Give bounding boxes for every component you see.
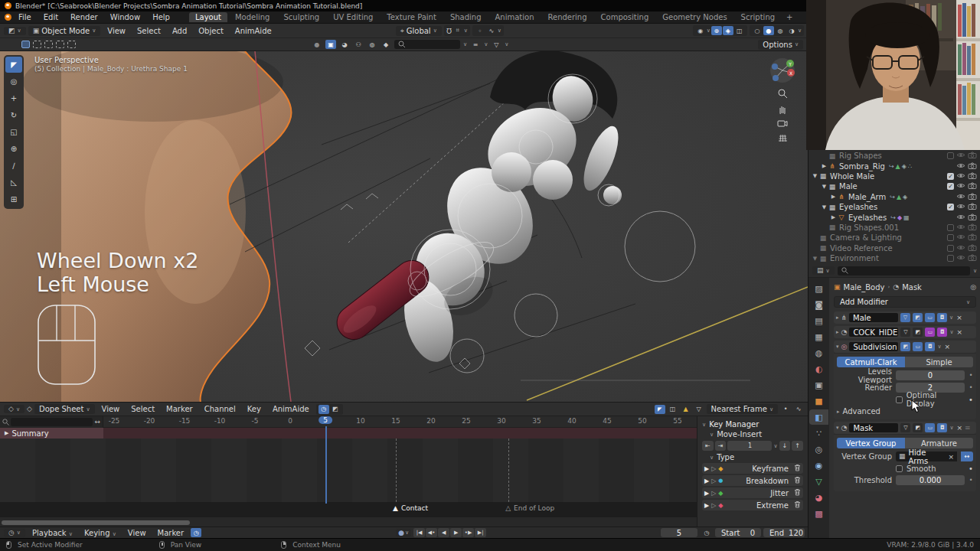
eye-icon[interactable] [956, 244, 965, 253]
trash-icon[interactable] [794, 500, 801, 510]
camera-icon[interactable] [968, 152, 977, 160]
overlays-toggle-icon[interactable]: ◈ [723, 26, 733, 35]
falloff-icon[interactable]: ∿ [793, 405, 804, 414]
tl-menu-playback[interactable]: Playback ∨ [28, 528, 77, 538]
camera-icon[interactable] [968, 233, 977, 242]
properties-tab-object-data-icon[interactable]: ▽ [809, 474, 828, 489]
workspace-tab-modeling[interactable]: Modeling [229, 12, 276, 22]
filter-object-icon[interactable]: ▣ [325, 40, 336, 49]
eye-icon[interactable] [956, 223, 965, 232]
trash-icon[interactable] [794, 488, 801, 497]
snap-mode-dropdown[interactable]: Nearest Frame∨ [707, 404, 778, 414]
cursor-tool[interactable]: ◎ [5, 73, 22, 90]
filter-users-icon[interactable]: ⚇ [353, 40, 364, 49]
render-toggle-icon[interactable]: ◘ [937, 313, 947, 322]
snapping-controls[interactable]: Ω⌗∨ [444, 25, 470, 36]
clear-vertex-group-icon[interactable]: × [948, 453, 954, 461]
outliner-row[interactable]: ▶▽Eyelashes↪◆▦ [808, 212, 980, 222]
camera-icon[interactable] [968, 214, 977, 222]
outliner-item-label[interactable]: Eyelashes [837, 203, 877, 211]
outliner-row[interactable]: ▼▦Environment [808, 253, 980, 263]
select-cursor-icon[interactable]: ▶ [704, 465, 709, 472]
zoom-icon[interactable] [778, 89, 788, 99]
orientation-gizmo[interactable]: Y X [769, 57, 795, 83]
playhead[interactable] [325, 426, 327, 504]
timeline-ruler[interactable]: -25-20-15-10-50510152025303540455055 [0, 416, 697, 428]
viewport-menu-animaide[interactable]: AnimAide [230, 26, 276, 36]
workspace-tab-sculpting[interactable]: Sculpting [277, 12, 325, 22]
play-button[interactable]: ▶ [450, 528, 462, 537]
scale-tool[interactable]: ◱ [5, 124, 22, 140]
channel-search-input[interactable] [11, 418, 93, 426]
modifier-header-male[interactable]: ▸ ⋔ Male ▽ ◩ ▭ ◘ ∨ × [834, 311, 976, 324]
modifier-name-field[interactable]: Subdivision [849, 342, 898, 351]
editor-type-selector[interactable]: ◩∨ [4, 27, 26, 35]
filter-brush-icon[interactable]: ◆ [381, 40, 391, 49]
animate-dot[interactable]: • [969, 372, 973, 379]
vertex-group-field[interactable]: ▦ Hide Arms × [896, 452, 957, 461]
vertex-group-mode-button[interactable]: Vertex Group [837, 438, 905, 448]
modifier-header-cock-hide[interactable]: ▸ ◔ COCK_HIDE ▽ ◩ ▭ ◘ ∨ × [834, 326, 976, 338]
properties-tab-material-icon[interactable]: ◕ [809, 490, 828, 505]
menu-file[interactable]: File [13, 12, 37, 22]
deselect-cursor-icon[interactable]: ▷ [711, 465, 716, 472]
properties-tab-output-icon[interactable]: ▤ [809, 313, 828, 328]
select-cursor-icon[interactable]: ▶ [704, 478, 709, 484]
transform-orientation-selector[interactable]: ⌖Global∨ [396, 26, 442, 36]
filter-sphere-icon[interactable]: ● [312, 40, 322, 49]
workspace-tab-texture-paint[interactable]: Texture Paint [381, 12, 443, 22]
optimal-display-checkbox[interactable] [896, 396, 903, 403]
properties-tab-tool-icon[interactable]: ▨ [809, 281, 828, 296]
perspective-toggle-icon[interactable] [778, 133, 788, 143]
expand-channels-icon[interactable]: ↔ [94, 419, 100, 425]
gizmos-toggle-icon[interactable]: ⊕ [711, 26, 722, 35]
filters-funnel-icon[interactable]: ▽ [694, 405, 704, 414]
animate-dot[interactable]: • [969, 396, 973, 404]
filter-pie-icon[interactable]: ◕ [339, 40, 350, 49]
outliner-row[interactable]: ▼▦Male✓ [808, 181, 980, 191]
tl-menu-marker[interactable]: Marker [153, 528, 189, 538]
properties-tab-object-icon[interactable]: ■ [809, 393, 828, 409]
threshold-field[interactable]: 0.000 [896, 475, 965, 485]
animate-dot[interactable]: • [969, 384, 973, 391]
options-dropdown[interactable]: Options∨ [758, 40, 803, 50]
keyframe-type-row[interactable]: ▶▷◆Extreme [702, 500, 803, 510]
advanced-section-header[interactable]: ▸Advanced [837, 407, 973, 416]
delete-modifier-icon[interactable]: × [957, 328, 963, 336]
delete-modifier-icon[interactable]: × [957, 424, 963, 432]
timeline-editor-selector[interactable]: ◷∨ [4, 529, 25, 537]
properties-search-input[interactable] [838, 266, 970, 276]
expand-icon[interactable]: ▸ [836, 315, 839, 321]
outliner-row[interactable]: ▦Video Reference [808, 243, 980, 253]
collection-checkbox[interactable]: ✓ [947, 204, 954, 210]
frame-end-field[interactable]: End120 [763, 528, 805, 537]
outliner-row[interactable]: ▦Rig Shapes [808, 151, 980, 161]
simple-button[interactable]: Simple [905, 357, 973, 367]
prev-frame-button[interactable]: ◀ [438, 528, 449, 537]
outliner-row[interactable]: ▼▦Eyelashes✓ [808, 202, 980, 212]
ds-menu-key[interactable]: Key [243, 404, 266, 414]
wireframe-shading-icon[interactable]: ○ [752, 26, 763, 35]
camera-icon[interactable] [968, 193, 977, 201]
extras-dropdown-icon[interactable]: ∨ [949, 329, 953, 335]
summary-track[interactable] [103, 428, 697, 439]
menu-window[interactable]: Window [105, 12, 145, 22]
catmull-clark-button[interactable]: Catmull-Clark [837, 357, 905, 367]
outliner-item-label[interactable]: Whole Male [828, 172, 874, 181]
collapse-chevron-icon[interactable]: ∨ [463, 41, 467, 47]
pin-icon[interactable]: ◎ [970, 284, 976, 291]
collection-checkbox[interactable] [947, 224, 954, 231]
dopesheet-mode-icon[interactable]: ◇ [27, 406, 32, 412]
camera-icon[interactable] [968, 203, 977, 211]
edit-mode-toggle-icon[interactable]: ▽ [900, 328, 910, 337]
trash-icon[interactable] [794, 464, 801, 473]
blender-menu-icon[interactable] [5, 14, 11, 21]
show-errors-icon[interactable]: ▲ [681, 405, 691, 414]
render-toggle-icon[interactable]: ◘ [937, 423, 947, 432]
stopwatch-icon[interactable]: ◷ [191, 528, 201, 537]
workspace-tab-geometry-nodes[interactable]: Geometry Nodes [656, 12, 733, 22]
select-mode-new-icon[interactable] [21, 41, 30, 48]
rendered-shading-icon[interactable]: ◑ [786, 26, 797, 35]
render-toggle-icon[interactable]: ◘ [925, 342, 935, 351]
current-frame-field[interactable]: 5 [661, 528, 697, 537]
